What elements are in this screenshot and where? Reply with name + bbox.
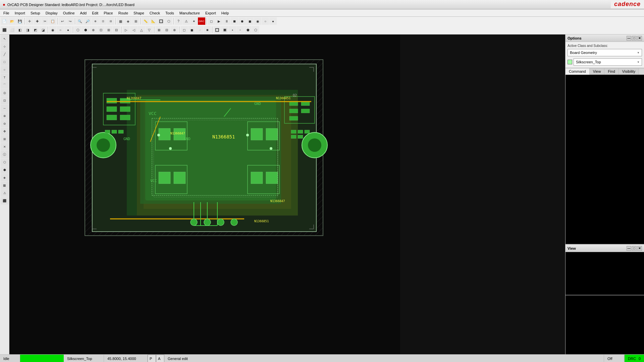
lp-route[interactable]: ⌒ <box>1 81 9 89</box>
status-a[interactable]: A <box>156 355 164 362</box>
menu-place[interactable]: Place <box>101 9 116 16</box>
lp-pan[interactable]: ✥ <box>1 128 9 135</box>
tb2-23[interactable]: ◻ <box>180 26 188 34</box>
tb-redo[interactable]: ↪ <box>66 17 74 25</box>
tb-drc[interactable]: DRC <box>198 17 205 25</box>
lp-text[interactable]: T <box>1 74 9 81</box>
tb2-17[interactable]: ◁ <box>130 26 138 34</box>
menu-route[interactable]: Route <box>116 9 131 16</box>
tb2-3[interactable]: ◧ <box>16 26 23 34</box>
menu-check[interactable]: Check <box>147 9 163 16</box>
menu-shape[interactable]: Shape <box>131 9 147 16</box>
tb-cross[interactable]: ✛ <box>26 17 33 25</box>
class-dropdown[interactable]: Board Geometry ▼ <box>568 49 642 56</box>
lp-add-rect[interactable]: □ <box>1 58 9 66</box>
tb2-24[interactable]: ◼ <box>188 26 196 34</box>
tb2-19[interactable]: ▽ <box>146 26 153 34</box>
tb-extra5[interactable]: ⏺ <box>238 17 246 25</box>
menu-manufacture[interactable]: Manufacture <box>177 9 203 16</box>
tb2-6[interactable]: ◪ <box>39 26 47 34</box>
tb-cut[interactable]: ✂ <box>41 17 49 25</box>
tb-extra1[interactable]: ◻ <box>208 17 215 25</box>
lp-shape[interactable]: ◈ <box>1 174 9 181</box>
tb2-22[interactable]: ⊕ <box>171 26 178 34</box>
tb-measure[interactable]: 📏 <box>142 17 149 25</box>
tab-find[interactable]: Find <box>604 68 619 74</box>
lp-measure[interactable]: ↔ <box>1 105 9 112</box>
tb-3d[interactable]: 🔲 <box>157 17 165 25</box>
tb2-13[interactable]: ⊡ <box>97 26 105 34</box>
lp-zoom-out[interactable]: ⊖ <box>1 120 9 127</box>
lp-place[interactable]: ⊡ <box>1 97 9 104</box>
tb-zoom-in[interactable]: 🔍 <box>76 17 84 25</box>
lp-add-line[interactable]: ╱ <box>1 51 9 58</box>
tb2-11[interactable]: ⬢ <box>82 26 89 34</box>
canvas-area[interactable]: N1366847 N1366851 GND GND GND VCC N13668… <box>9 35 565 354</box>
tb-copy[interactable]: 📋 <box>49 17 56 25</box>
tb-zoom-fit[interactable]: ⊕ <box>92 17 99 25</box>
tab-view[interactable]: View <box>590 68 605 74</box>
tb2-27[interactable]: 🔲 <box>213 26 221 34</box>
lp-drc[interactable]: ⚠ <box>1 189 9 197</box>
tb-zoom-prev[interactable]: ⊟ <box>107 17 114 25</box>
tb2-28[interactable]: 🔳 <box>221 26 228 34</box>
tb2-8[interactable]: ○ <box>57 26 64 34</box>
tb-help[interactable]: ? <box>175 17 182 25</box>
lp-zoom[interactable]: ⊕ <box>1 112 9 120</box>
menu-import[interactable]: Import <box>12 9 28 16</box>
tab-visibility[interactable]: Visibility <box>619 68 639 74</box>
status-p[interactable]: P <box>148 355 156 362</box>
lp-flood[interactable]: ▦ <box>1 182 9 189</box>
tb2-14[interactable]: ⊞ <box>105 26 112 34</box>
tb2-32[interactable]: ⬠ <box>252 26 259 34</box>
tb2-15[interactable]: ⊟ <box>113 26 120 34</box>
tb2-18[interactable]: △ <box>138 26 145 34</box>
lp-via[interactable]: ◎ <box>1 89 9 97</box>
menu-add[interactable]: Add <box>77 9 90 16</box>
tb-mark[interactable]: ✦ <box>190 17 198 25</box>
tb-open[interactable]: 📂 <box>8 17 16 25</box>
lp-property[interactable]: ⓘ <box>1 151 9 158</box>
lp-select[interactable]: ↖ <box>1 35 9 43</box>
lp-delete[interactable]: ✕ <box>1 143 9 150</box>
menu-tools[interactable]: Tools <box>163 9 177 16</box>
tb2-9[interactable]: ● <box>64 26 72 34</box>
tb-snap[interactable]: ◈ <box>124 17 132 25</box>
lp-option[interactable]: ⊞ <box>1 135 9 143</box>
menu-file[interactable]: File <box>1 9 12 16</box>
tb2-5[interactable]: ◩ <box>32 26 39 34</box>
tb-extra6[interactable]: ◼ <box>246 17 254 25</box>
options-min[interactable]: — <box>627 36 631 41</box>
tb2-10[interactable]: ⬡ <box>74 26 82 34</box>
lp-pointer[interactable]: ⊹ <box>1 43 9 50</box>
tb-extra9[interactable]: ● <box>269 17 277 25</box>
view-close[interactable]: ✕ <box>637 246 642 251</box>
tb-undo[interactable]: ↩ <box>59 17 66 25</box>
tb-warn[interactable]: ⚠ <box>182 17 190 25</box>
lp-add-circle[interactable]: ○ <box>1 66 9 73</box>
menu-outline[interactable]: Outline <box>60 9 77 16</box>
tb2-25[interactable]: ◽ <box>196 26 203 34</box>
tb2-26[interactable]: ◾ <box>204 26 211 34</box>
options-close[interactable]: ✕ <box>637 36 642 41</box>
tb-save[interactable]: 💾 <box>16 17 23 25</box>
menu-export[interactable]: Export <box>203 9 219 16</box>
lp-copper[interactable]: ⬢ <box>1 166 9 174</box>
tb2-31[interactable]: ⬟ <box>244 26 252 34</box>
options-max[interactable]: □ <box>632 36 637 41</box>
tb2-12[interactable]: ⊕ <box>90 26 97 34</box>
lp-3d[interactable]: ⬛ <box>1 197 9 204</box>
tb-zoom-area[interactable]: ⊡ <box>99 17 107 25</box>
tb2-20[interactable]: ⊠ <box>155 26 163 34</box>
tb2-21[interactable]: ⊟ <box>163 26 170 34</box>
menu-edit[interactable]: Edit <box>89 9 101 16</box>
tb-zoom-out[interactable]: 🔎 <box>84 17 91 25</box>
tb2-2[interactable]: ⬜ <box>8 26 16 34</box>
tb-new[interactable]: 📄 <box>1 17 8 25</box>
tb2-29[interactable]: ▪ <box>229 26 236 34</box>
view-min[interactable]: — <box>627 246 631 251</box>
menu-display[interactable]: Display <box>43 9 60 16</box>
tb-extra2[interactable]: ▶ <box>215 17 223 25</box>
tb-angle[interactable]: 📐 <box>150 17 157 25</box>
view-max[interactable]: □ <box>632 246 637 251</box>
